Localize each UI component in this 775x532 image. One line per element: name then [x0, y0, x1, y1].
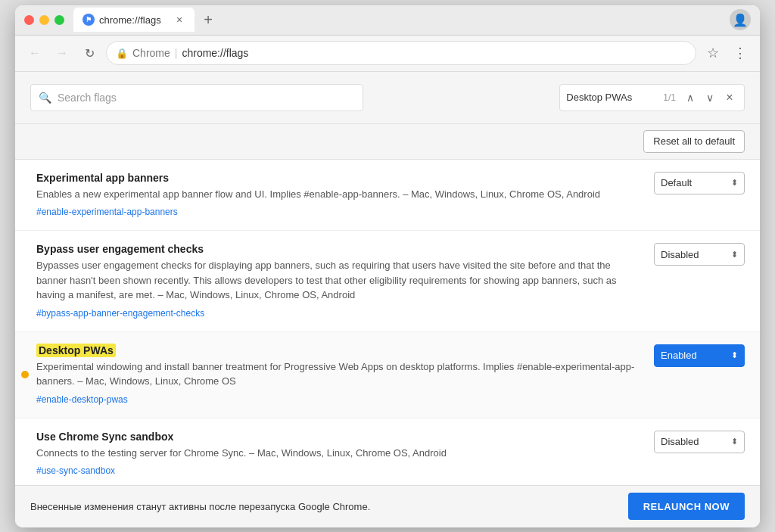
- toolbar: ← → ↻ 🔒 Chrome | chrome://flags ☆ ⋮: [15, 36, 760, 72]
- tab-close-button[interactable]: ×: [173, 14, 185, 26]
- back-button[interactable]: ←: [24, 42, 45, 64]
- select-arrow-icon: ⬍: [731, 437, 738, 446]
- select-arrow-icon: ⬍: [731, 178, 738, 188]
- reset-bar: Reset all to default: [15, 124, 760, 160]
- find-close-button[interactable]: ×: [721, 89, 738, 106]
- separator: |: [175, 47, 178, 59]
- forward-button[interactable]: →: [51, 42, 73, 64]
- flag-item-bypass-engagement: Bypass user engagement checks Bypasses u…: [15, 231, 760, 332]
- flag-description: Enables a new experimental app banner fl…: [36, 187, 639, 202]
- minimize-window-button[interactable]: [39, 15, 49, 25]
- forward-icon: →: [56, 46, 68, 60]
- url-text: chrome://flags: [182, 47, 248, 59]
- search-icon: 🔍: [39, 92, 51, 104]
- select-value: Default: [661, 177, 692, 188]
- flags-list: Experimental app banners Enables a new e…: [15, 160, 760, 485]
- search-placeholder: Search flags: [58, 92, 117, 104]
- flag-link[interactable]: #enable-desktop-pwas: [36, 394, 128, 405]
- browser-window: ⚑ chrome://flags × + 👤 ← → ↻ 🔒 Chrome | …: [15, 5, 760, 527]
- title-bar: ⚑ chrome://flags × + 👤: [15, 5, 760, 36]
- select-value: Disabled: [661, 436, 699, 447]
- profile-avatar[interactable]: 👤: [730, 9, 751, 30]
- bookmark-icon: ☆: [707, 45, 719, 61]
- find-bar: 1/1 ∧ ∨ ×: [559, 84, 745, 111]
- flag-control: Enabled ⬍: [654, 344, 745, 367]
- reload-icon: ↻: [85, 46, 95, 61]
- menu-button[interactable]: ⋮: [730, 42, 751, 64]
- flag-link[interactable]: #use-sync-sandbox: [36, 465, 115, 476]
- reset-all-button[interactable]: Reset all to default: [643, 130, 745, 153]
- profile-icon: 👤: [733, 13, 748, 27]
- tab-bar: ⚑ chrome://flags × +: [73, 8, 730, 32]
- flag-title: Use Chrome Sync sandbox: [36, 431, 639, 443]
- flag-item-sync-sandbox: Use Chrome Sync sandbox Connects to the …: [15, 418, 760, 485]
- bookmark-button[interactable]: ☆: [702, 42, 724, 64]
- site-name: Chrome: [132, 47, 170, 59]
- flag-select-disabled[interactable]: Disabled ⬍: [654, 243, 745, 266]
- traffic-lights: [24, 15, 64, 25]
- flag-select-disabled[interactable]: Disabled ⬍: [654, 431, 745, 453]
- flag-info: Bypass user engagement checks Bypasses u…: [36, 243, 639, 319]
- flag-control: Disabled ⬍: [654, 243, 745, 266]
- new-tab-button[interactable]: +: [198, 9, 219, 30]
- select-arrow-icon: ⬍: [731, 250, 738, 260]
- maximize-window-button[interactable]: [54, 15, 64, 25]
- back-icon: ←: [29, 46, 41, 60]
- highlighted-title: Desktop PWAs: [36, 344, 116, 357]
- flag-info: Desktop PWAs Experimental windowing and …: [36, 344, 639, 406]
- flag-item-experimental-app-banners: Experimental app banners Enables a new e…: [15, 160, 760, 232]
- menu-icon: ⋮: [733, 45, 747, 61]
- flag-title: Experimental app banners: [36, 172, 639, 184]
- select-value: Enabled: [661, 350, 697, 361]
- relaunch-now-button[interactable]: RELAUNCH NOW: [628, 493, 745, 520]
- search-box[interactable]: 🔍 Search flags: [30, 84, 363, 111]
- lock-icon: 🔒: [116, 48, 128, 59]
- flag-control: Default ⬍: [654, 172, 745, 194]
- flag-description: Experimental windowing and install banne…: [36, 359, 639, 389]
- flag-link[interactable]: #bypass-app-banner-engagement-checks: [36, 308, 204, 319]
- reload-button[interactable]: ↻: [79, 42, 100, 64]
- find-prev-button[interactable]: ∧: [682, 89, 699, 106]
- flag-title: Bypass user engagement checks: [36, 243, 639, 255]
- find-count: 1/1: [663, 92, 676, 103]
- address-bar[interactable]: 🔒 Chrome | chrome://flags: [106, 41, 696, 65]
- close-icon: ×: [726, 91, 733, 104]
- find-input[interactable]: [566, 92, 657, 103]
- close-window-button[interactable]: [24, 15, 34, 25]
- flag-item-desktop-pwas: Desktop PWAs Experimental windowing and …: [15, 332, 760, 418]
- relaunch-bar: Внесенные изменения станут активны после…: [15, 485, 760, 527]
- flag-select-default[interactable]: Default ⬍: [654, 172, 745, 194]
- select-value: Disabled: [661, 249, 699, 260]
- active-tab[interactable]: ⚑ chrome://flags ×: [73, 8, 195, 32]
- find-next-button[interactable]: ∨: [702, 89, 718, 106]
- flag-link[interactable]: #enable-experimental-app-banners: [36, 207, 178, 217]
- chevron-down-icon: ∨: [706, 92, 714, 104]
- flag-description: Bypasses user engagement checks for disp…: [36, 258, 639, 303]
- flag-control: Disabled ⬍: [654, 431, 745, 453]
- chevron-up-icon: ∧: [686, 92, 694, 104]
- tab-favicon: ⚑: [82, 14, 95, 26]
- flag-description: Connects to the testing server for Chrom…: [36, 446, 639, 461]
- flag-title: Desktop PWAs: [36, 344, 639, 356]
- tab-title: chrome://flags: [99, 14, 161, 26]
- relaunch-message: Внесенные изменения станут активны после…: [30, 501, 370, 512]
- flag-info: Use Chrome Sync sandbox Connects to the …: [36, 431, 639, 478]
- flags-header: 🔍 Search flags 1/1 ∧ ∨ ×: [15, 72, 760, 124]
- flag-select-enabled[interactable]: Enabled ⬍: [654, 344, 745, 367]
- flag-info: Experimental app banners Enables a new e…: [36, 172, 639, 219]
- select-arrow-icon: ⬍: [731, 350, 738, 360]
